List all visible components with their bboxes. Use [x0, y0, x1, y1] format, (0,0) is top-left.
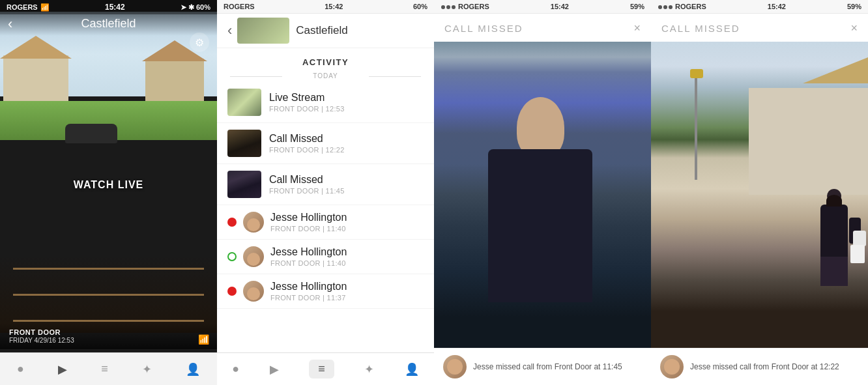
- nav-flag-button-2[interactable]: ✦: [364, 362, 374, 377]
- activity-info-jesse3: Jesse Hollington FRONT DOOR | 11:37: [270, 281, 347, 302]
- avatar-face: [247, 218, 260, 231]
- activity-item-livestream[interactable]: Live Stream FRONT DOOR | 12:53: [217, 82, 434, 123]
- activity-title-jesse3: Jesse Hollington: [270, 281, 347, 292]
- time-label-2: 15:42: [325, 3, 343, 10]
- watch-live-button[interactable]: WATCH LIVE: [74, 179, 143, 191]
- nav-circle-button-2[interactable]: ●: [232, 362, 239, 376]
- activity-info-jesse2: Jesse Hollington FRONT DOOR | 11:40: [270, 246, 347, 267]
- activity-item-missed2[interactable]: Call Missed FRONT DOOR | 11:45: [217, 164, 434, 205]
- house-left: [3, 55, 68, 107]
- bottom-nav-panel2: ● ▶ ≡ ✦ 👤: [217, 352, 434, 385]
- missed-call-photo-1145: [434, 42, 651, 348]
- activity-subtitle-jesse1: FRONT DOOR | 11:40: [270, 225, 347, 233]
- missed-call-title-1222: CALL MISSED: [661, 23, 740, 34]
- activity-subtitle-missed1: FRONT DOOR | 12:22: [269, 146, 345, 154]
- camera-title: Castlefield: [81, 17, 136, 31]
- activity-item-jesse3[interactable]: Jesse Hollington FRONT DOOR | 11:37: [217, 274, 434, 309]
- wifi-signal-icon: 📶: [40, 3, 50, 12]
- activity-title-missed1: Call Missed: [269, 133, 345, 145]
- activity-info-missed1: Call Missed FRONT DOOR | 12:22: [269, 133, 345, 154]
- avatar-jesse1: [243, 212, 264, 233]
- status-bar-panel1: ROGERS 📶 15:42 ➤ ✱ 60%: [0, 0, 217, 14]
- activity-list: Live Stream FRONT DOOR | 12:53 Call Miss…: [217, 82, 434, 352]
- activity-panel: ROGERS 15:42 60% ‹ Castlefield ACTIVITY …: [217, 0, 434, 385]
- dots-carrier-4: ROGERS: [658, 3, 706, 10]
- missed-message-1222: Jesse missed call from Front Door at 12:…: [690, 362, 839, 373]
- missed-call-panel-1222: ROGERS 15:42 59% CALL MISSED ×: [651, 0, 868, 385]
- nav-person-button-2[interactable]: 👤: [405, 362, 419, 377]
- activity-subtitle-jesse2: FRONT DOOR | 11:40: [270, 259, 347, 267]
- carrier-label: ROGERS: [7, 3, 38, 11]
- nav-list-button[interactable]: ≡: [101, 362, 108, 376]
- camera-footer: FRONT DOOR FRIDAY 4/29/16 12:53: [0, 323, 217, 349]
- nav-camera-button-2[interactable]: ▶: [270, 362, 279, 377]
- time-label-3: 15:42: [551, 3, 569, 10]
- wifi-status-icon: 📶: [198, 334, 209, 345]
- camera-header: ‹ Castlefield: [0, 12, 217, 36]
- bottom-nav-panel1: ● ▶ ≡ ✦ 👤: [0, 352, 217, 385]
- avatar-jesse-1222: [660, 355, 684, 378]
- missed-header-1145: CALL MISSED ×: [434, 14, 651, 42]
- activity-info-missed2: Call Missed FRONT DOOR | 11:45: [269, 174, 345, 195]
- close-button-1222[interactable]: ×: [850, 21, 858, 35]
- dots-carrier-3: ROGERS: [441, 3, 489, 10]
- missed-call-title-1145: CALL MISSED: [444, 23, 523, 34]
- nav-person-button[interactable]: 👤: [186, 362, 200, 377]
- missed-call-dot-red-2: [227, 287, 237, 296]
- activity-subtitle-missed2: FRONT DOOR | 11:45: [269, 187, 345, 195]
- missed-call-photo-1222: [651, 42, 868, 348]
- timestamp-label: FRIDAY 4/29/16 12:53: [9, 337, 208, 344]
- nav-camera-button[interactable]: ▶: [58, 362, 67, 377]
- back-button-2[interactable]: ‹: [227, 22, 232, 39]
- camera-thumbnail: [237, 18, 289, 44]
- back-button[interactable]: ‹: [8, 16, 12, 33]
- activity-item-missed1[interactable]: Call Missed FRONT DOOR | 12:22: [217, 123, 434, 164]
- house-right: [145, 59, 204, 104]
- activity-title-livestream: Live Stream: [269, 92, 345, 104]
- settings-icon[interactable]: ⚙: [190, 33, 209, 52]
- carrier-label-4: ROGERS: [675, 3, 706, 10]
- activity-thumb-live: [227, 89, 261, 116]
- status-bar-panel3: ROGERS 15:42 59%: [434, 0, 651, 14]
- activity-subtitle-livestream: FRONT DOOR | 12:53: [269, 105, 345, 113]
- activity-info-jesse1: Jesse Hollington FRONT DOOR | 11:40: [270, 212, 347, 233]
- avatar-face-3: [247, 287, 260, 300]
- status-bar-panel2: ROGERS 15:42 60%: [217, 0, 434, 14]
- car: [65, 124, 117, 143]
- activity-title-missed2: Call Missed: [269, 174, 345, 186]
- nav-circle-button[interactable]: ●: [17, 362, 24, 376]
- activity-subtitle-jesse3: FRONT DOOR | 11:37: [270, 294, 347, 302]
- activity-section-title: ACTIVITY: [217, 48, 434, 70]
- missed-footer-1145: Jesse missed call from Front Door at 11:…: [434, 348, 651, 385]
- missed-footer-1222: Jesse missed call from Front Door at 12:…: [651, 348, 868, 385]
- bluetooth-icon: ✱: [188, 3, 194, 12]
- avatar-jesse2: [243, 246, 264, 267]
- location-arrow-icon: ➤: [181, 3, 186, 12]
- status-bar-panel4: ROGERS 15:42 59%: [651, 0, 868, 14]
- missed-header-1222: CALL MISSED ×: [651, 14, 868, 42]
- activity-thumb-missed2: [227, 171, 261, 198]
- close-button-1145[interactable]: ×: [633, 21, 641, 35]
- activity-item-jesse2[interactable]: Jesse Hollington FRONT DOOR | 11:40: [217, 240, 434, 274]
- location-label: FRONT DOOR: [9, 328, 208, 336]
- activity-header: ‹ Castlefield: [217, 14, 434, 48]
- battery-label-3: 59%: [630, 3, 644, 10]
- avatar-face-1222: [664, 359, 680, 375]
- activity-title-jesse2: Jesse Hollington: [270, 246, 347, 258]
- missed-call-dot-red: [227, 218, 237, 227]
- status-bar-left: ROGERS 📶: [7, 3, 50, 12]
- battery-label-4: 59%: [847, 3, 861, 10]
- avatar-face-2: [247, 253, 260, 266]
- battery-label: 60%: [196, 3, 210, 11]
- avatar-jesse-1145: [443, 355, 467, 378]
- battery-label-2: 60%: [413, 3, 427, 10]
- activity-item-jesse1[interactable]: Jesse Hollington FRONT DOOR | 11:40: [217, 205, 434, 240]
- nav-list-button-2[interactable]: ≡: [309, 360, 334, 378]
- status-bar-right: ➤ ✱ 60%: [181, 3, 210, 12]
- person-figure-1145: [434, 42, 651, 348]
- activity-header-title: Castlefield: [296, 24, 347, 37]
- nav-flag-button[interactable]: ✦: [142, 362, 152, 377]
- avatar-jesse3: [243, 281, 264, 302]
- carrier-label-3: ROGERS: [458, 3, 489, 10]
- activity-info-livestream: Live Stream FRONT DOOR | 12:53: [269, 92, 345, 113]
